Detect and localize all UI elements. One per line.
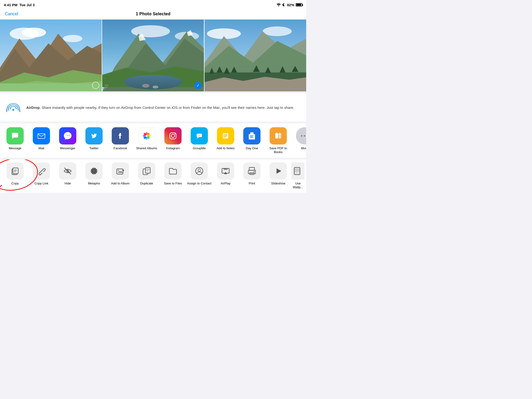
photo-item-3[interactable] [204, 20, 306, 91]
svg-point-50 [146, 135, 148, 137]
mail-label: Mail [38, 146, 44, 150]
duplicate-label: Duplicate [140, 182, 153, 185]
svg-rect-9 [0, 83, 102, 91]
mail-icon [33, 127, 50, 145]
apps-section: Message Mail Messenger [0, 123, 306, 158]
cancel-button[interactable]: Cancel [5, 12, 18, 17]
app-message[interactable]: Message [2, 127, 28, 154]
facebook-label: Facebook [113, 146, 127, 150]
facebook-icon [112, 127, 129, 145]
app-messenger[interactable]: Messenger [55, 127, 81, 154]
svg-point-4 [63, 35, 82, 42]
messenger-label: Messenger [60, 146, 75, 150]
svg-point-11 [131, 25, 170, 37]
photo-3-image [204, 20, 306, 91]
action-add-to-album[interactable]: Add to Album [107, 162, 133, 189]
app-groupme[interactable]: # GroupMe [186, 127, 212, 154]
hide-label: Hide [65, 182, 71, 185]
print-label: Print [249, 182, 255, 185]
svg-rect-67 [250, 137, 253, 138]
save-to-files-icon [164, 162, 182, 180]
print-icon [243, 162, 260, 180]
photo-2-image [102, 20, 204, 91]
use-wallpaper-label: Use Wallp... [291, 182, 304, 189]
page-title: 1 Photo Selected [136, 12, 170, 17]
svg-text:#: # [199, 135, 200, 137]
svg-rect-70 [275, 133, 278, 139]
day-one-label: Day One [246, 146, 258, 150]
copy-link-label: Copy Link [34, 182, 48, 185]
airdrop-description: AirDrop. Share instantly with people nea… [26, 105, 294, 110]
app-mail[interactable]: Mail [28, 127, 55, 154]
svg-rect-60 [224, 134, 228, 135]
more-icon [296, 127, 306, 145]
airplay-label: AirPlay [221, 182, 230, 185]
svg-rect-81 [14, 171, 17, 171]
app-twitter[interactable]: Twitter [81, 127, 107, 154]
svg-point-3 [22, 28, 46, 38]
groupme-label: GroupMe [193, 146, 206, 150]
assign-to-contact-label: Assign to Contact [187, 182, 211, 185]
action-metapho[interactable]: Metapho [81, 162, 107, 189]
action-copy[interactable]: Copy [2, 162, 28, 189]
assign-to-contact-icon [191, 162, 208, 180]
apps-row: Message Mail Messenger [0, 127, 306, 154]
photo-1-image [0, 20, 102, 91]
app-save-pdf[interactable]: Save PDF to Books [265, 127, 291, 154]
copy-action-icon [6, 162, 24, 180]
action-airplay[interactable]: AirPlay [212, 162, 239, 189]
app-add-to-notes[interactable]: Add to Notes [212, 127, 239, 154]
shared-albums-label: Shared Albums [136, 146, 157, 150]
instagram-label: Instagram [166, 146, 180, 150]
photo-1-selection[interactable] [92, 82, 99, 89]
use-wallpaper-icon [291, 162, 304, 180]
action-print[interactable]: Print [239, 162, 265, 189]
svg-rect-65 [250, 135, 254, 136]
app-shared-albums[interactable]: Shared Albums [133, 127, 160, 154]
actions-row: Copy Copy Link [0, 162, 306, 189]
battery-percentage: 82% [287, 3, 294, 7]
action-use-wallpaper[interactable]: Use Wallp... [291, 162, 304, 189]
svg-line-84 [40, 170, 42, 172]
airplay-icon [217, 162, 234, 180]
svg-point-53 [175, 133, 176, 134]
action-copy-link[interactable]: Copy Link [28, 162, 55, 189]
more-label: More [301, 146, 306, 150]
action-slideshow[interactable]: Slideshow [265, 162, 291, 189]
photo-item-1[interactable] [0, 20, 102, 91]
messenger-icon [59, 127, 76, 145]
svg-rect-71 [279, 133, 281, 139]
metapho-label: Metapho [88, 182, 100, 185]
selection-checkmark: ✓ [195, 82, 202, 89]
svg-rect-80 [14, 170, 17, 170]
photo-2-selection[interactable]: ✓ [195, 82, 202, 89]
action-assign-to-contact[interactable]: Assign to Contact [186, 162, 212, 189]
svg-point-19 [142, 84, 149, 88]
notes-icon [217, 127, 234, 145]
airdrop-logo [6, 100, 21, 115]
app-facebook[interactable]: Facebook [107, 127, 133, 154]
instagram-icon [164, 127, 182, 145]
twitter-icon [85, 127, 103, 145]
airdrop-section[interactable]: AirDrop. Share instantly with people nea… [0, 93, 306, 121]
svg-marker-116 [277, 168, 281, 174]
notes-label: Add to Notes [216, 146, 234, 150]
message-label: Message [9, 146, 22, 150]
photo-2-heart: ♡ [105, 84, 108, 89]
svg-point-0 [278, 6, 279, 6]
actions-section: Copy Copy Link [0, 159, 306, 193]
app-more[interactable]: More [291, 127, 306, 154]
svg-point-109 [198, 169, 200, 171]
photo-item-2[interactable]: ♡ ✓ [102, 20, 204, 91]
app-day-one[interactable]: Day One [239, 127, 265, 154]
svg-line-86 [65, 168, 71, 174]
svg-point-75 [301, 135, 302, 137]
svg-rect-104 [146, 167, 150, 173]
action-hide[interactable]: Hide [55, 162, 81, 189]
app-instagram[interactable]: Instagram [160, 127, 186, 154]
books-icon [270, 127, 287, 145]
action-save-to-files[interactable]: Save to Files [160, 162, 186, 189]
action-duplicate[interactable]: Duplicate [133, 162, 160, 189]
battery-icon [296, 3, 302, 6]
books-label: Save PDF to Books [265, 146, 291, 154]
